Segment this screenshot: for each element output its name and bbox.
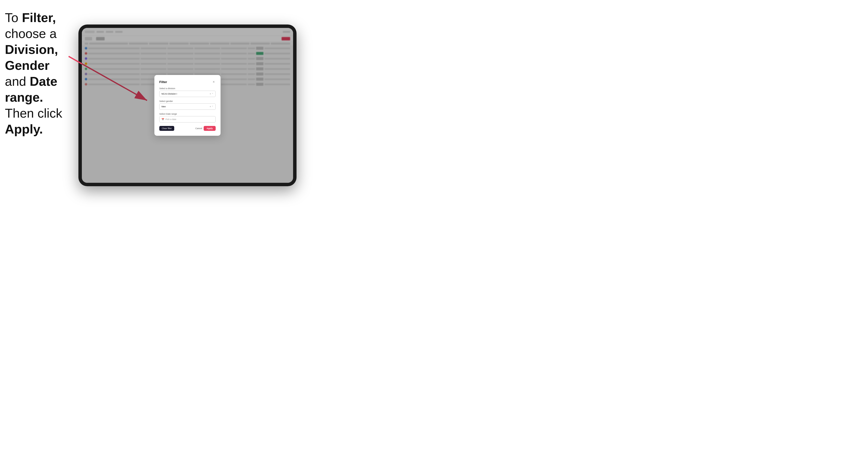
- modal-close-button[interactable]: ×: [212, 80, 216, 84]
- date-placeholder: Pick a date: [165, 118, 177, 121]
- instruction-bold-division-gender: Division, Gender: [5, 42, 58, 72]
- modal-title: Filter: [159, 80, 167, 84]
- date-form-group: Select Date range 📅 Pick a date: [159, 113, 216, 123]
- division-select[interactable]: NCAA Division I × ⌃: [159, 91, 216, 97]
- cancel-button[interactable]: Cancel: [195, 127, 202, 130]
- modal-overlay: Filter × Select a division NCAA Division…: [82, 28, 293, 183]
- select-icons-division: × ⌃: [210, 93, 213, 95]
- filter-modal: Filter × Select a division NCAA Division…: [154, 75, 221, 136]
- date-label: Select Date range: [159, 113, 216, 115]
- select-icons-gender: × ⌃: [210, 105, 213, 108]
- instruction-line4: Then click Apply.: [5, 106, 62, 136]
- gender-select-value: Men: [161, 105, 166, 108]
- calendar-icon: 📅: [161, 118, 164, 121]
- instruction-line1: To Filter, choose a: [5, 10, 57, 41]
- instruction-line3: and Date range.: [5, 74, 57, 104]
- gender-label: Select gender: [159, 100, 216, 102]
- instruction-block: To Filter, choose a Division, Gender and…: [5, 10, 81, 137]
- date-range-input[interactable]: 📅 Pick a date: [159, 116, 216, 123]
- division-chevron-icon[interactable]: ⌃: [212, 93, 213, 95]
- tablet-screen: Filter × Select a division NCAA Division…: [82, 28, 293, 183]
- gender-select[interactable]: Men × ⌃: [159, 103, 216, 110]
- modal-footer: Clear filter Cancel Apply: [159, 126, 216, 131]
- division-label: Select a division: [159, 87, 216, 90]
- instruction-bold-date: Date range.: [5, 74, 57, 104]
- apply-button[interactable]: Apply: [204, 126, 216, 131]
- clear-filter-button[interactable]: Clear filter: [159, 126, 174, 131]
- gender-form-group: Select gender Men × ⌃: [159, 100, 216, 110]
- tablet-device: Filter × Select a division NCAA Division…: [79, 25, 297, 186]
- modal-footer-right: Cancel Apply: [195, 126, 216, 131]
- gender-chevron-icon[interactable]: ⌃: [212, 105, 213, 108]
- division-form-group: Select a division NCAA Division I × ⌃: [159, 87, 216, 97]
- modal-title-row: Filter ×: [159, 80, 216, 84]
- instruction-bold-apply: Apply.: [5, 122, 43, 136]
- division-select-value: NCAA Division I: [161, 93, 177, 95]
- division-clear-icon[interactable]: ×: [210, 93, 211, 95]
- gender-clear-icon[interactable]: ×: [210, 105, 211, 108]
- instruction-bold-filter: Filter,: [22, 10, 56, 25]
